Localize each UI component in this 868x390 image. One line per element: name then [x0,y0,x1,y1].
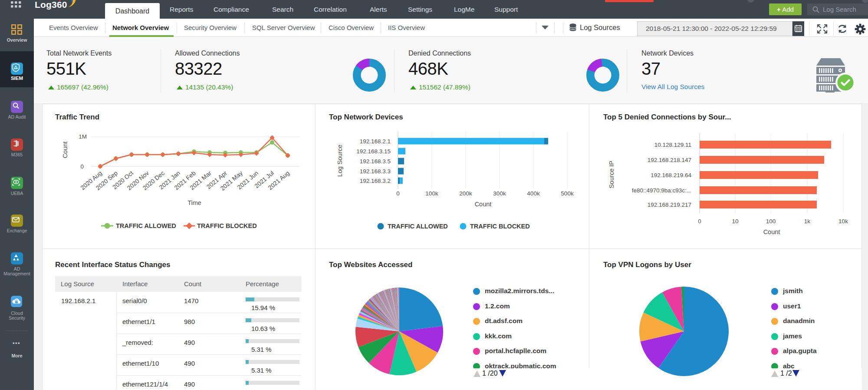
svg-text:10.128.129.11: 10.128.129.11 [654,142,691,148]
svg-text:Time: Time [187,199,201,206]
svg-text:192.168.3.15: 192.168.3.15 [356,148,391,155]
svg-text:Count: Count [763,228,780,235]
svg-text:200k: 200k [459,190,472,197]
svg-text:0: 0 [698,218,701,225]
svg-text:192.168.219.217: 192.168.219.217 [648,202,691,208]
svg-text:Count: Count [475,201,492,208]
svg-text:0: 0 [80,163,84,170]
svg-text:100: 100 [766,218,776,225]
svg-text:Log Source: Log Source [336,145,343,177]
svg-text:1k: 1k [804,218,811,225]
svg-text:10k: 10k [838,218,848,225]
svg-text:10: 10 [732,218,738,225]
svg-text:1M: 1M [79,133,87,140]
svg-text:192.168.218.147: 192.168.218.147 [648,157,691,163]
svg-text:TRAFFIC ALLOWED: TRAFFIC ALLOWED [116,222,176,229]
svg-text:100k: 100k [425,190,438,197]
svg-text:300k: 300k [493,190,506,197]
svg-text:400k: 400k [527,190,540,197]
svg-text:192.168.219.64: 192.168.219.64 [651,172,691,178]
svg-text:TRAFFIC BLOCKED: TRAFFIC BLOCKED [470,223,530,230]
svg-text:192.168.2.1: 192.168.2.1 [360,138,391,145]
svg-text:0: 0 [396,190,400,197]
svg-text:fe80::4970:9ba:c93c:...: fe80::4970:9ba:c93c:... [632,187,691,194]
svg-text:500k: 500k [561,190,574,197]
svg-text:192.168.3.3: 192.168.3.3 [360,168,391,175]
svg-text:192.168.3.2: 192.168.3.2 [360,178,391,184]
svg-text:TRAFFIC ALLOWED: TRAFFIC ALLOWED [388,223,448,230]
svg-text:Count: Count [62,142,69,159]
svg-text:192.168.3.5: 192.168.3.5 [360,158,391,165]
svg-text:Source IP: Source IP [608,161,615,188]
svg-text:TRAFFIC BLOCKED: TRAFFIC BLOCKED [197,222,257,229]
